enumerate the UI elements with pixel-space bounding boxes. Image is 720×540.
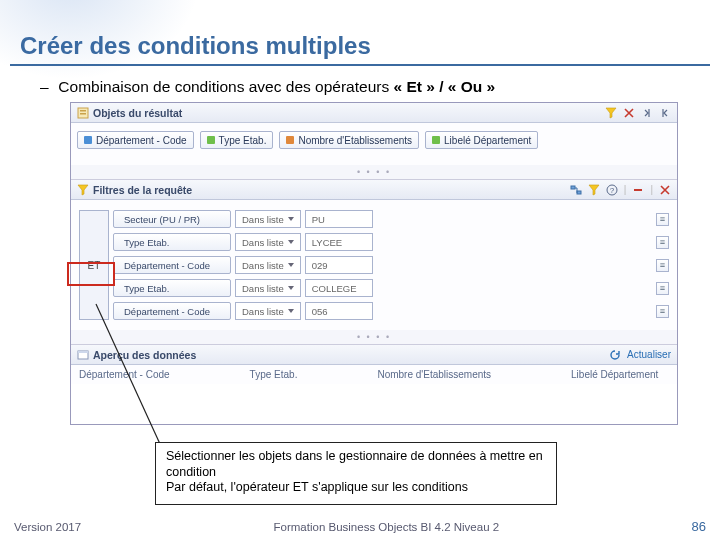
footer-version: Version 2017 (14, 521, 81, 533)
remove-icon[interactable] (632, 184, 644, 196)
filter-value-input[interactable]: 056 (305, 302, 373, 320)
chip-label: Département - Code (96, 135, 187, 146)
chip-label: Nombre d'Etablissements (298, 135, 412, 146)
filter-value-input[interactable]: LYCEE (305, 233, 373, 251)
subquery-icon[interactable] (588, 184, 600, 196)
result-object-chip[interactable]: Libelé Département (425, 131, 538, 149)
list-picker-icon[interactable]: ≡ (656, 259, 669, 272)
filter-row: Département - CodeDans liste056≡ (113, 302, 669, 320)
preview-column-header: Nombre d'Etablissements (377, 369, 491, 380)
filter-row: Type Etab.Dans listeLYCEE≡ (113, 233, 669, 251)
filter-object[interactable]: Département - Code (113, 256, 231, 274)
operator-dropdown[interactable]: Dans liste (235, 256, 301, 274)
filters-label: Filtres de la requête (93, 184, 566, 196)
list-picker-icon[interactable]: ≡ (656, 236, 669, 249)
svg-rect-2 (80, 113, 86, 115)
operator-dropdown[interactable]: Dans liste (235, 233, 301, 251)
preview-icon (77, 349, 89, 361)
results-header: Objets du résultat (71, 103, 677, 123)
filter-rows: Secteur (PU / PR)Dans listePU≡Type Etab.… (113, 210, 669, 320)
page-title: Créer des conditions multiples (10, 0, 710, 66)
results-body: Département - CodeType Etab.Nombre d'Eta… (71, 123, 677, 165)
result-object-chip[interactable]: Type Etab. (200, 131, 274, 149)
filters-header: Filtres de la requête ? | | (71, 180, 677, 200)
prompt-icon[interactable]: ? (606, 184, 618, 196)
delete-icon[interactable] (623, 107, 635, 119)
msr-icon (286, 136, 294, 144)
filter-name-text: Type Etab. (124, 237, 169, 248)
collapse-right-icon[interactable] (659, 107, 671, 119)
svg-rect-9 (78, 351, 88, 353)
preview-empty (71, 384, 677, 424)
filter-name-text: Secteur (PU / PR) (124, 214, 200, 225)
subtitle-text: Combinaison de conditions avec des opéra… (58, 78, 393, 95)
list-picker-icon[interactable]: ≡ (656, 282, 669, 295)
list-picker-icon[interactable]: ≡ (656, 305, 669, 318)
filter-name-text: Département - Code (124, 306, 210, 317)
results-panel: Objets du résultat Département - CodeTyp… (71, 103, 677, 180)
bullet-dash: – (40, 78, 54, 96)
chevron-down-icon (288, 217, 294, 221)
chip-label: Type Etab. (219, 135, 267, 146)
dim-icon (84, 136, 92, 144)
result-object-chip[interactable]: Nombre d'Etablissements (279, 131, 419, 149)
filter-area: ET Secteur (PU / PR)Dans listePU≡Type Et… (79, 210, 669, 320)
subtitle: – Combinaison de conditions avec des opé… (0, 74, 720, 102)
separator: | (650, 184, 653, 195)
filter-value-input[interactable]: 029 (305, 256, 373, 274)
filter-row: Département - CodeDans liste029≡ (113, 256, 669, 274)
filter-value-input[interactable]: PU (305, 210, 373, 228)
preview-panel: Aperçu des données Actualiser Départemen… (71, 345, 677, 424)
refresh-icon[interactable] (609, 349, 621, 361)
filters-toolbar: ? | | (570, 184, 671, 196)
funnel-icon (77, 184, 89, 196)
filter-row: Type Etab.Dans listeCOLLEGE≡ (113, 279, 669, 297)
svg-text:?: ? (610, 186, 615, 195)
chevron-down-icon (288, 286, 294, 290)
callout-box: Sélectionner les objets dans le gestionn… (155, 442, 557, 505)
results-label: Objets du résultat (93, 107, 601, 119)
preview-column-header: Département - Code (79, 369, 170, 380)
operator-dropdown[interactable]: Dans liste (235, 302, 301, 320)
filter-object[interactable]: Type Etab. (113, 279, 231, 297)
preview-label: Aperçu des données (93, 349, 605, 361)
preview-columns: Département - CodeType Etab.Nombre d'Eta… (71, 365, 677, 384)
splitter[interactable]: • • • • (71, 330, 677, 344)
filter-object[interactable]: Secteur (PU / PR) (113, 210, 231, 228)
chevron-down-icon (288, 263, 294, 267)
chevron-down-icon (288, 309, 294, 313)
filter-value-input[interactable]: COLLEGE (305, 279, 373, 297)
svg-rect-4 (577, 191, 581, 194)
filters-panel: Filtres de la requête ? | | ET Secteur (… (71, 180, 677, 345)
attr-icon (207, 136, 215, 144)
operator-toggle[interactable]: ET (79, 210, 109, 320)
footer-page: 86 (692, 519, 706, 534)
preview-column-header: Type Etab. (250, 369, 298, 380)
operator-dropdown[interactable]: Dans liste (235, 210, 301, 228)
filter-name-text: Département - Code (124, 260, 210, 271)
splitter[interactable]: • • • • (71, 165, 677, 179)
filter-object[interactable]: Département - Code (113, 302, 231, 320)
filter-name-text: Type Etab. (124, 283, 169, 294)
refresh-label[interactable]: Actualiser (627, 349, 671, 360)
filter-row: Secteur (PU / PR)Dans listePU≡ (113, 210, 669, 228)
add-nested-icon[interactable] (570, 184, 582, 196)
preview-column-header: Libelé Département (571, 369, 658, 380)
collapse-left-icon[interactable] (641, 107, 653, 119)
filters-body: ET Secteur (PU / PR)Dans listePU≡Type Et… (71, 200, 677, 330)
result-object-chip[interactable]: Département - Code (77, 131, 194, 149)
list-picker-icon[interactable]: ≡ (656, 213, 669, 226)
chevron-down-icon (288, 240, 294, 244)
filter-object[interactable]: Type Etab. (113, 233, 231, 251)
svg-rect-3 (571, 186, 575, 189)
query-panel-app: Objets du résultat Département - CodeTyp… (70, 102, 678, 425)
subtitle-bold: « Et » / « Ou » (394, 78, 496, 95)
results-toolbar (605, 107, 671, 119)
attr-icon (432, 136, 440, 144)
chip-label: Libelé Département (444, 135, 531, 146)
operator-dropdown[interactable]: Dans liste (235, 279, 301, 297)
filter-quick-icon[interactable] (605, 107, 617, 119)
preview-header: Aperçu des données Actualiser (71, 345, 677, 365)
delete-all-icon[interactable] (659, 184, 671, 196)
slide-footer: Version 2017 Formation Business Objects … (0, 519, 720, 534)
